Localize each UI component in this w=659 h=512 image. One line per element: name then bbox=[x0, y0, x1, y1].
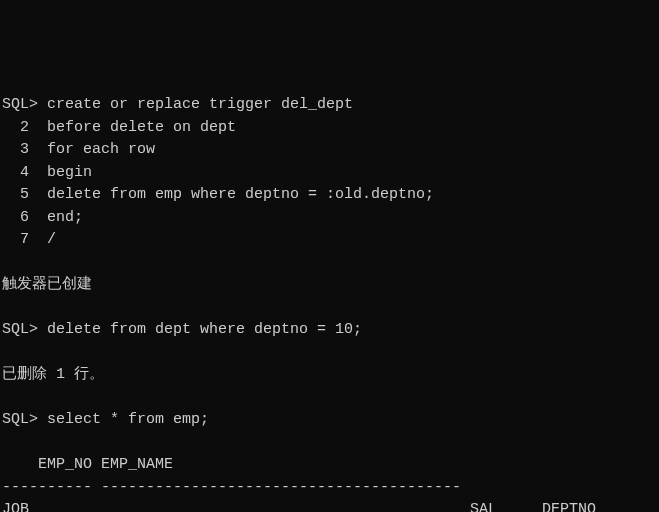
code-text: delete from emp where deptno = :old.dept… bbox=[47, 186, 434, 203]
code-text: begin bbox=[47, 164, 92, 181]
code-text: / bbox=[47, 231, 56, 248]
sql-select-line: SQL> select * from emp; bbox=[2, 409, 659, 432]
code-text: create or replace trigger del_dept bbox=[47, 96, 353, 113]
code-text: end; bbox=[47, 209, 83, 226]
code-text: delete from dept where deptno = 10; bbox=[47, 321, 362, 338]
line-number: 5 bbox=[2, 186, 47, 203]
sql-delete-line: SQL> delete from dept where deptno = 10; bbox=[2, 319, 659, 342]
table-header-1: EMP_NO EMP_NAME bbox=[2, 454, 659, 477]
trigger-created-message: 触发器已创建 bbox=[2, 274, 659, 297]
sql-line-6: 6 end; bbox=[2, 207, 659, 230]
table-separator-1: ---------- -----------------------------… bbox=[2, 477, 659, 500]
sql-prompt: SQL> bbox=[2, 411, 47, 428]
sql-prompt: SQL> bbox=[2, 96, 47, 113]
code-text: before delete on dept bbox=[47, 119, 236, 136]
line-number: 3 bbox=[2, 141, 47, 158]
rows-deleted-message: 已删除 1 行。 bbox=[2, 364, 659, 387]
sql-line-4: 4 begin bbox=[2, 162, 659, 185]
line-number: 7 bbox=[2, 231, 47, 248]
line-number: 6 bbox=[2, 209, 47, 226]
line-number: 4 bbox=[2, 164, 47, 181]
sql-line-1: SQL> create or replace trigger del_dept bbox=[2, 94, 659, 117]
sql-line-2: 2 before delete on dept bbox=[2, 117, 659, 140]
table-header-2: JOB SAL DEPTNO bbox=[2, 499, 659, 512]
sql-line-5: 5 delete from emp where deptno = :old.de… bbox=[2, 184, 659, 207]
line-number: 2 bbox=[2, 119, 47, 136]
sql-line-3: 3 for each row bbox=[2, 139, 659, 162]
code-text: select * from emp; bbox=[47, 411, 209, 428]
code-text: for each row bbox=[47, 141, 155, 158]
sql-prompt: SQL> bbox=[2, 321, 47, 338]
sql-line-7: 7 / bbox=[2, 229, 659, 252]
